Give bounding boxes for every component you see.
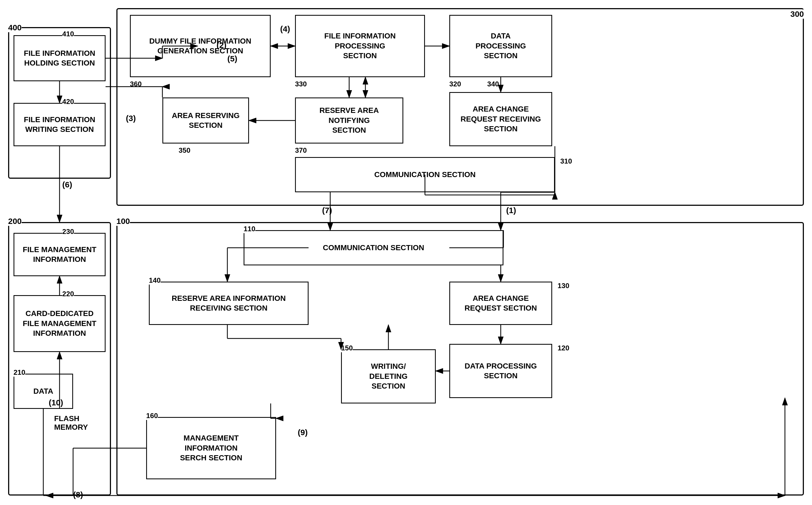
label-140: 140	[149, 276, 161, 285]
label-370: 370	[295, 146, 307, 155]
label-150: 150	[341, 344, 353, 352]
reserve-area-notifying-box: RESERVE AREANOTIFYINGSECTION	[295, 98, 403, 144]
label-410: 410	[62, 30, 74, 38]
label-110: 110	[244, 225, 255, 233]
data-processing-100-box: DATA PROCESSINGSECTION	[449, 344, 552, 398]
file-management-info-box: FILE MANAGEMENTINFORMATION	[14, 233, 106, 276]
label-360: 360	[130, 80, 142, 88]
label-130: 130	[558, 282, 569, 290]
area-change-request-receiving-box: AREA CHANGEREQUEST RECEIVINGSECTION	[449, 92, 552, 146]
step-8: (8)	[73, 490, 83, 499]
label-340: 340	[487, 80, 499, 88]
card-dedicated-box: CARD-DEDICATEDFILE MANAGEMENTINFORMATION	[14, 295, 106, 352]
label-320: 320	[449, 80, 461, 88]
step-5: (5)	[227, 54, 237, 63]
step-4: (4)	[280, 24, 290, 34]
step-10: (10)	[49, 398, 63, 407]
label-420: 420	[62, 98, 74, 106]
file-info-holding-box: FILE INFORMATIONHOLDING SECTION	[14, 35, 106, 81]
data-processing-300-box: DATAPROCESSINGSECTION	[449, 15, 552, 77]
label-330: 330	[295, 80, 307, 88]
writing-deleting-box: WRITING/DELETINGSECTION	[341, 349, 436, 403]
label-310: 310	[560, 157, 572, 165]
label-160: 160	[146, 411, 158, 420]
step-7: (7)	[322, 206, 332, 215]
data-box: DATA	[14, 374, 73, 409]
dummy-file-box: DUMMY FILE INFORMATION GENERATION SECTIO…	[130, 15, 271, 77]
reserve-area-info-receiving-box: RESERVE AREA INFORMATIONRECEIVING SECTIO…	[149, 282, 309, 325]
step-9: (9)	[298, 428, 308, 437]
flash-memory-label: FLASHMEMORY	[54, 414, 88, 432]
label-220: 220	[62, 290, 74, 298]
label-200: 200	[8, 217, 22, 226]
label-400: 400	[8, 23, 22, 32]
label-100: 100	[117, 217, 130, 226]
label-300: 300	[790, 9, 804, 19]
communication-100-box: COMMUNICATION SECTION	[244, 230, 503, 266]
management-info-search-box: MANAGEMENTINFORMATIONSERCH SECTION	[146, 417, 276, 479]
diagram: 300 400 100 200 DUMMY FILE INFORMATION G…	[0, 0, 812, 505]
area-reserving-box: AREA RESERVINGSECTION	[162, 98, 249, 144]
file-info-writing-box: FILE INFORMATIONWRITING SECTION	[14, 103, 106, 146]
communication-300-box: COMMUNICATION SECTION	[295, 157, 555, 192]
area-change-request-box: AREA CHANGEREQUEST SECTION	[449, 282, 552, 325]
step-1: (1)	[506, 206, 516, 215]
step-2: (2)	[217, 41, 227, 50]
label-120: 120	[558, 344, 569, 352]
label-210: 210	[14, 368, 25, 377]
label-230: 230	[62, 227, 74, 236]
step-3: (3)	[126, 114, 136, 123]
step-6: (6)	[62, 180, 72, 189]
file-info-processing-box: FILE INFORMATIONPROCESSINGSECTION	[295, 15, 425, 77]
label-350: 350	[179, 146, 190, 155]
